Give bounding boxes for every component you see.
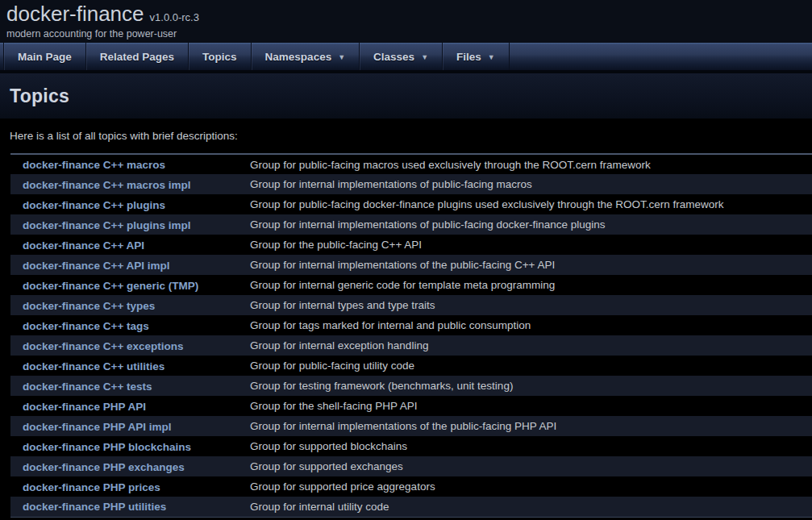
topic-description: Group for internal implementations of pu… <box>250 214 812 235</box>
topic-link[interactable]: docker-finance PHP prices <box>23 481 160 493</box>
topic-link[interactable]: docker-finance C++ tags <box>23 320 149 332</box>
table-row: docker-finance PHP API impl Group for in… <box>10 416 812 436</box>
topic-description: Group for internal types and type traits <box>250 295 812 315</box>
contents: Here is a list of all topics with brief … <box>0 130 812 518</box>
nav-tab-related-pages[interactable]: Related Pages <box>85 43 188 70</box>
topic-link[interactable]: docker-finance C++ exceptions <box>23 340 184 352</box>
table-row: docker-finance PHP prices Group for supp… <box>10 476 812 497</box>
topic-link[interactable]: docker-finance C++ API impl <box>23 260 170 272</box>
project-brief: modern accounting for the power-user <box>6 28 812 40</box>
nav-tab-label: Main Page <box>18 51 72 63</box>
table-row: docker-finance C++ utilities Group for p… <box>10 356 812 376</box>
intro-text: Here is a list of all topics with brief … <box>10 130 812 142</box>
topic-link[interactable]: docker-finance PHP exchanges <box>23 461 185 473</box>
table-row: docker-finance PHP exchanges Group for s… <box>10 456 812 476</box>
nav-tab-namespaces[interactable]: Namespaces ▼ <box>251 43 359 70</box>
topic-link[interactable]: docker-finance C++ types <box>23 300 155 312</box>
topic-description: Group for internal exception handling <box>250 335 812 356</box>
nav-tab-label: Files <box>456 51 481 63</box>
table-row: docker-finance C++ macros Group for publ… <box>10 154 812 174</box>
project-version: v1.0.0-rc.3 <box>150 11 199 23</box>
chevron-down-icon: ▼ <box>488 52 495 61</box>
topic-description: Group for tags marked for internal and p… <box>250 315 812 335</box>
nav-tab-main-page[interactable]: Main Page <box>3 43 85 70</box>
topic-link[interactable]: docker-finance C++ plugins <box>23 199 165 211</box>
topic-link[interactable]: docker-finance PHP API impl <box>23 421 172 433</box>
topic-description: Group for supported exchanges <box>250 456 812 476</box>
topic-description: Group for testing framework (benchmarks,… <box>250 376 812 396</box>
topic-description: Group for the shell-facing PHP API <box>250 396 812 416</box>
table-row: docker-finance C++ exceptions Group for … <box>10 335 812 356</box>
topic-description: Group for supported blockchains <box>250 436 812 456</box>
topic-description: Group for internal utility code <box>250 497 812 517</box>
table-row: docker-finance C++ API Group for the pub… <box>10 235 812 255</box>
page-header: Topics <box>0 73 812 119</box>
topic-link[interactable]: docker-finance PHP API <box>23 401 146 413</box>
table-row: docker-finance C++ tests Group for testi… <box>10 376 812 396</box>
topic-description: Group for public-facing utility code <box>250 356 812 376</box>
topic-link[interactable]: docker-finance C++ API <box>23 239 144 252</box>
table-row: docker-finance PHP API Group for the she… <box>10 396 812 416</box>
table-row: docker-finance C++ API impl Group for in… <box>10 255 812 275</box>
nav-tab-label: Topics <box>202 51 237 63</box>
topic-description: Group for public-facing docker-finance p… <box>250 194 812 214</box>
nav-tab-label: Namespaces <box>265 51 332 63</box>
topic-link[interactable]: docker-finance C++ plugins impl <box>23 219 191 231</box>
topic-link[interactable]: docker-finance C++ generic (TMP) <box>23 280 198 292</box>
topic-link[interactable]: docker-finance C++ macros impl <box>23 179 191 191</box>
topic-description: Group for internal generic code for temp… <box>250 275 812 295</box>
table-row: docker-finance C++ generic (TMP) Group f… <box>10 275 812 295</box>
nav-tab-topics[interactable]: Topics <box>188 43 251 70</box>
table-row: docker-finance PHP blockchains Group for… <box>10 436 812 456</box>
topic-link[interactable]: docker-finance PHP utilities <box>23 501 166 513</box>
main-navbar: Main Page Related Pages Topics Namespace… <box>0 43 812 71</box>
page-title: Topics <box>10 85 69 107</box>
topic-link[interactable]: docker-finance PHP blockchains <box>23 441 191 453</box>
navbar-filler <box>509 43 812 70</box>
table-row: docker-finance C++ macros impl Group for… <box>10 174 812 194</box>
title-area: docker-finance v1.0.0-rc.3 modern accoun… <box>0 0 812 43</box>
topic-description: Group for internal implementations of pu… <box>250 174 812 194</box>
nav-tab-label: Classes <box>373 51 414 63</box>
nav-tab-files[interactable]: Files ▼ <box>442 43 509 70</box>
topic-description: Group for internal implementations of th… <box>250 416 812 436</box>
topic-link[interactable]: docker-finance C++ macros <box>23 159 165 171</box>
topic-description: Group for public-facing macros used excl… <box>250 154 812 174</box>
table-row: docker-finance C++ plugins impl Group fo… <box>10 214 812 235</box>
chevron-down-icon: ▼ <box>338 52 345 61</box>
nav-tab-classes[interactable]: Classes ▼ <box>359 43 442 70</box>
nav-tab-label: Related Pages <box>100 51 174 63</box>
table-row: docker-finance PHP utilities Group for i… <box>10 497 812 517</box>
topic-description: Group for internal implementations of th… <box>250 255 812 275</box>
topic-description: Group for supported price aggregators <box>250 476 812 497</box>
chevron-down-icon: ▼ <box>421 52 428 61</box>
topic-description: Group for the public-facing C++ API <box>250 235 812 255</box>
project-name: docker-finance <box>6 2 144 27</box>
table-row: docker-finance C++ types Group for inter… <box>10 295 812 315</box>
table-row: docker-finance C++ tags Group for tags m… <box>10 315 812 335</box>
topic-link[interactable]: docker-finance C++ utilities <box>23 360 164 372</box>
table-row: docker-finance C++ plugins Group for pub… <box>10 194 812 214</box>
topic-link[interactable]: docker-finance C++ tests <box>23 381 152 393</box>
topics-table: docker-finance C++ macros Group for publ… <box>10 153 812 518</box>
